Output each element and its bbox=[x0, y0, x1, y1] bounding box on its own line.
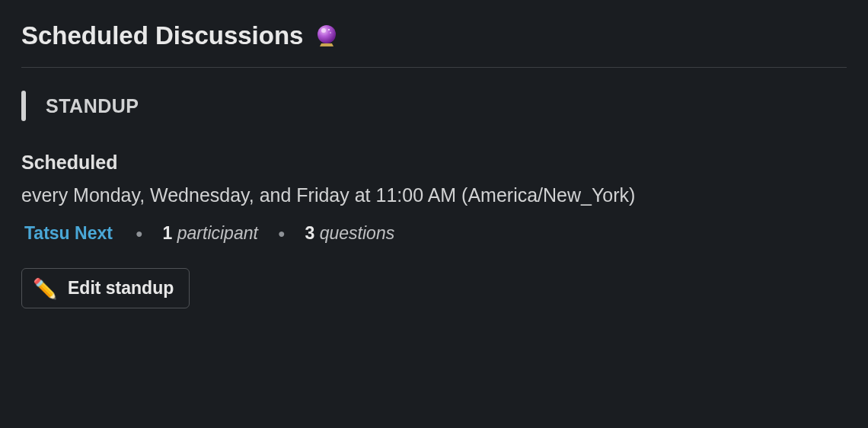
svg-point-3 bbox=[330, 32, 332, 34]
questions-label: questions bbox=[320, 223, 394, 243]
tatsu-next-link[interactable]: Tatsu Next bbox=[21, 222, 116, 245]
participants-meta: 1 participant bbox=[163, 223, 258, 244]
svg-point-2 bbox=[328, 29, 330, 30]
participants-count: 1 bbox=[163, 223, 173, 243]
edit-row: ✏️ Edit standup bbox=[21, 268, 847, 308]
questions-meta: 3 questions bbox=[305, 223, 395, 244]
participants-label: participant bbox=[177, 223, 258, 243]
page-title: Scheduled Discussions bbox=[21, 21, 847, 68]
standup-meta-row: Tatsu Next ● 1 participant ● 3 questions bbox=[21, 222, 847, 245]
section-label: STANDUP bbox=[46, 95, 139, 117]
section-indicator-bar bbox=[21, 91, 26, 121]
bullet-separator: ● bbox=[136, 227, 143, 241]
svg-point-1 bbox=[321, 28, 326, 33]
edit-standup-button[interactable]: ✏️ Edit standup bbox=[21, 268, 190, 308]
crystal-ball-icon bbox=[314, 23, 340, 49]
questions-count: 3 bbox=[305, 223, 315, 243]
section-header: STANDUP bbox=[21, 91, 847, 121]
page-title-text: Scheduled Discussions bbox=[21, 21, 303, 50]
svg-point-0 bbox=[318, 25, 336, 43]
edit-button-label: Edit standup bbox=[68, 278, 174, 299]
standup-section: STANDUP Scheduled every Monday, Wednesda… bbox=[21, 91, 847, 308]
bullet-separator: ● bbox=[278, 227, 286, 241]
schedule-description: every Monday, Wednesday, and Friday at 1… bbox=[21, 184, 847, 206]
pencil-icon: ✏️ bbox=[33, 279, 57, 299]
scheduled-subheading: Scheduled bbox=[21, 152, 847, 174]
